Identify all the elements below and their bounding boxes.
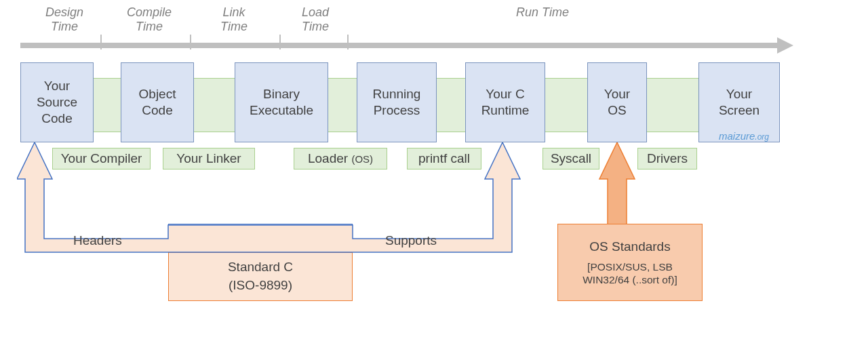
stage-os: Your OS — [587, 62, 647, 142]
stage-source: Your Source Code — [20, 62, 94, 142]
phase-run: Run Time — [515, 5, 570, 20]
stage-binary: Binary Executable — [235, 62, 328, 142]
watermark-tld: .org — [755, 132, 769, 142]
timeline-arrow-icon — [20, 41, 793, 50]
os-standards-title: OS Standards — [589, 238, 670, 256]
phase-link: Link Time — [210, 5, 258, 33]
watermark-name: maizure — [719, 130, 755, 142]
os-standards-arrow-icon — [598, 142, 636, 231]
os-standards-box: OS Standards [POSIX/SUS, LSB WIN32/64 (.… — [557, 224, 703, 301]
phase-design: Design Time — [37, 5, 92, 33]
label-headers: Headers — [73, 233, 122, 248]
standard-c-box: Standard C (ISO-9899) — [168, 252, 353, 301]
action-syscall: Syscall — [542, 148, 599, 170]
action-drivers: Drivers — [637, 148, 697, 170]
os-standards-detail: [POSIX/SUS, LSB WIN32/64 (..sort of)] — [583, 260, 677, 287]
stage-cruntime: Your C Runtime — [465, 62, 545, 142]
watermark: maizure.org — [719, 130, 769, 142]
phase-compile: Compile Time — [119, 5, 180, 33]
phase-load: Load Time — [292, 5, 339, 33]
stage-object: Object Code — [121, 62, 194, 142]
label-supports: Supports — [385, 233, 437, 248]
stage-process: Running Process — [357, 62, 437, 142]
